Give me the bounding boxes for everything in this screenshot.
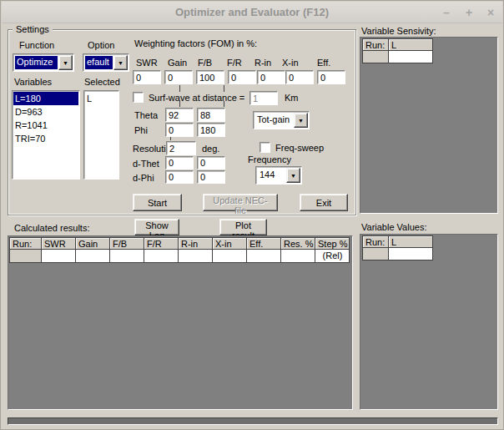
bottom-status-bar (8, 417, 498, 425)
variables-label: Variables (14, 77, 52, 87)
frequency-combobox-value: 144 (258, 169, 285, 182)
results-cell (144, 250, 179, 263)
window-title: Optimizer and Evaluator (F12) (2, 6, 502, 18)
values-header-cell: Run: (363, 236, 389, 248)
resolution-unit-label: deg. (202, 144, 219, 154)
tick-mark (224, 85, 224, 92)
results-table: Run: SWR Gain F/B F/R R-in X-in Eff. Res… (9, 237, 350, 263)
results-rel-cell: (Rel) (315, 250, 350, 263)
start-button[interactable]: Start (133, 194, 182, 211)
results-cell (247, 250, 281, 263)
fom-xin-input[interactable] (285, 70, 314, 84)
surfwave-unit-label: Km (285, 93, 299, 103)
close-button[interactable]: × (483, 5, 498, 20)
variables-list-item[interactable]: TRI=70 (13, 132, 78, 145)
d-thet-input-2[interactable] (197, 156, 225, 169)
variables-listbox[interactable]: L=180 D=963 R=1041 TRI=70 (12, 90, 80, 180)
results-header-cell: F/R (144, 238, 179, 250)
results-cell (110, 250, 144, 263)
sensitivity-row (363, 51, 433, 63)
fom-eff-input[interactable] (317, 70, 345, 84)
option-label: Option (88, 40, 114, 50)
fom-eff-label: Eff. (317, 58, 330, 68)
surfwave-checkbox[interactable] (133, 92, 144, 103)
theta-to-input[interactable] (197, 108, 225, 122)
option-combobox[interactable]: efault ▼ (83, 53, 129, 72)
freqsweep-label: Freq-sweep (275, 143, 324, 153)
plot-result-button[interactable]: Plot result (219, 219, 267, 235)
chevron-down-icon[interactable]: ▼ (286, 168, 300, 183)
fom-fr-input[interactable] (228, 70, 256, 84)
d-phi-input-1[interactable] (165, 170, 194, 184)
fom-fb-input[interactable] (196, 70, 224, 84)
function-label: Function (19, 40, 54, 50)
d-thet-label: d-Thet (133, 159, 159, 169)
optimizer-window: Optimizer and Evaluator (F12) – + × Sett… (0, 0, 504, 430)
sensitivity-cell (363, 51, 389, 63)
frequency-combobox[interactable]: 144 ▼ (255, 166, 302, 185)
variables-list-item[interactable]: D=963 (13, 105, 78, 119)
results-cell (10, 250, 42, 263)
fom-xin-label: X-in (282, 58, 299, 68)
fom-rin-input[interactable] (257, 70, 285, 84)
frequency-label: Frequency (248, 154, 291, 164)
values-row (363, 248, 433, 261)
theta-label: Theta (134, 110, 158, 120)
exit-button[interactable]: Exit (300, 194, 348, 211)
d-thet-input-1[interactable] (165, 156, 194, 169)
pattern-combobox[interactable]: Tot-gain ▼ (253, 111, 310, 129)
phi-to-input[interactable] (197, 123, 225, 137)
option-combobox-value: efault (85, 56, 113, 69)
fom-swr-input[interactable] (133, 70, 161, 84)
variable-values-label: Variable Values: (361, 222, 426, 232)
fom-fb-label: F/B (198, 58, 212, 68)
results-cell (213, 250, 247, 263)
maximize-button[interactable]: + (461, 5, 476, 20)
results-header-cell: Gain (76, 238, 110, 250)
d-phi-label: d-Phi (133, 173, 154, 183)
results-header-cell: Res. % (281, 238, 315, 250)
values-cell (389, 248, 433, 261)
title-bar[interactable]: Optimizer and Evaluator (F12) – + × (2, 2, 502, 23)
results-cell (281, 250, 315, 263)
function-combobox-value: Optimize (15, 56, 58, 69)
results-header-cell: Eff. (247, 238, 281, 250)
update-nec-button[interactable]: Update NEC-file (203, 194, 278, 211)
theta-from-input[interactable] (165, 108, 194, 122)
calculated-results-label: Calculated results: (14, 223, 90, 233)
chevron-down-icon[interactable]: ▼ (58, 55, 73, 70)
values-header-cell: L (389, 236, 433, 248)
results-header-cell: Step % (315, 238, 350, 250)
function-combobox[interactable]: Optimize ▼ (13, 53, 74, 72)
chevron-down-icon[interactable]: ▼ (113, 55, 128, 70)
minimize-button[interactable]: – (439, 5, 454, 20)
values-table: Run: L (362, 235, 433, 261)
freqsweep-checkbox[interactable] (260, 142, 270, 153)
selected-list-item[interactable]: L (85, 92, 118, 105)
values-cell (363, 248, 389, 261)
phi-label: Phi (134, 125, 148, 135)
results-cell (179, 250, 213, 263)
variables-list-item[interactable]: R=1041 (13, 119, 78, 132)
selected-listbox[interactable]: L (83, 90, 119, 180)
phi-from-input[interactable] (165, 123, 194, 137)
show-log-button[interactable]: Show Log (134, 219, 179, 235)
surfwave-distance-input[interactable] (249, 91, 278, 105)
fom-gain-input[interactable] (164, 70, 193, 84)
sensitivity-header-cell: Run: (363, 39, 389, 51)
chevron-down-icon[interactable]: ▼ (294, 113, 308, 128)
settings-legend: Settings (13, 24, 53, 34)
sensitivity-cell (389, 51, 433, 63)
values-header-row: Run: L (363, 236, 433, 248)
tick-mark (179, 85, 180, 92)
resolution-input[interactable] (166, 141, 196, 155)
variables-list-item[interactable]: L=180 (13, 92, 78, 105)
results-row: (Rel) (10, 250, 350, 263)
fom-swr-label: SWR (136, 58, 158, 68)
pattern-combobox-value: Tot-gain (255, 114, 293, 127)
results-header-cell: SWR (42, 238, 76, 250)
results-cell (42, 250, 76, 263)
sensitivity-header-cell: L (389, 39, 433, 51)
fom-fr-label: F/R (227, 58, 242, 68)
d-phi-input-2[interactable] (197, 170, 225, 184)
